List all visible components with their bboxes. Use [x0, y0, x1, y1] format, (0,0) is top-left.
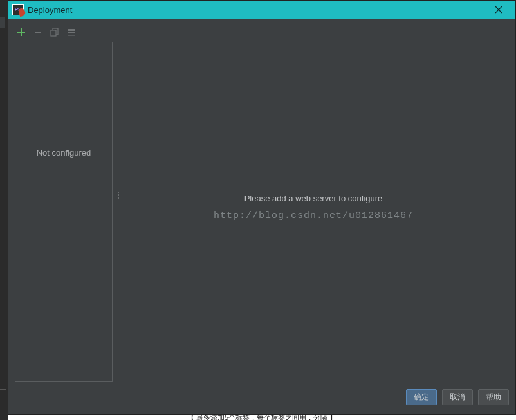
help-button[interactable]: 帮助 — [478, 389, 509, 405]
splitter-handle[interactable]: ⋮ — [114, 194, 117, 208]
set-default-icon — [67, 28, 76, 37]
window-title: Deployment — [28, 5, 72, 15]
titlebar[interactable]: PS Deployment — [8, 1, 515, 19]
dialog-footer: 确定 取消 帮助 — [15, 382, 509, 408]
svg-rect-7 — [68, 29, 75, 31]
remove-server-button — [33, 27, 43, 37]
dialog-body: Not configured ⋮ Please add a web server… — [8, 19, 515, 414]
parent-window-edge — [0, 0, 8, 420]
close-icon — [495, 6, 502, 14]
plus-icon — [17, 28, 26, 37]
set-default-button — [66, 27, 77, 37]
svg-rect-6 — [51, 30, 56, 36]
svg-rect-9 — [68, 35, 75, 36]
sidebar: Not configured — [15, 25, 113, 382]
watermark-text: http://blog.csdn.net/u012861467 — [118, 210, 509, 221]
minus-icon — [33, 28, 42, 37]
parent-divider-fragment — [0, 389, 6, 390]
ok-button[interactable]: 确定 — [406, 389, 437, 405]
add-server-button[interactable] — [16, 27, 26, 37]
phpstorm-icon: PS — [12, 4, 24, 15]
parent-footer-text: 【 最多添加5个标签，每个标签之间用，分隔 】 — [187, 415, 336, 420]
placeholder-message: Please add a web server to configure — [118, 194, 509, 203]
parent-tab-fragment — [0, 17, 5, 28]
cancel-button[interactable]: 取消 — [442, 389, 473, 405]
close-button[interactable] — [486, 1, 511, 19]
content-area: Not configured ⋮ Please add a web server… — [15, 25, 509, 382]
empty-list-label: Not configured — [15, 148, 112, 158]
parent-window-footer-fragment: 【 最多添加5个标签，每个标签之间用，分隔 】 — [8, 415, 516, 420]
main-panel: ⋮ Please add a web server to configure h… — [118, 25, 509, 382]
copy-server-button — [50, 27, 60, 37]
server-list[interactable]: Not configured — [15, 42, 113, 382]
copy-icon — [50, 28, 59, 37]
svg-rect-8 — [68, 32, 75, 33]
sidebar-toolbar — [15, 25, 113, 39]
deployment-dialog: PS Deployment — [8, 0, 516, 415]
